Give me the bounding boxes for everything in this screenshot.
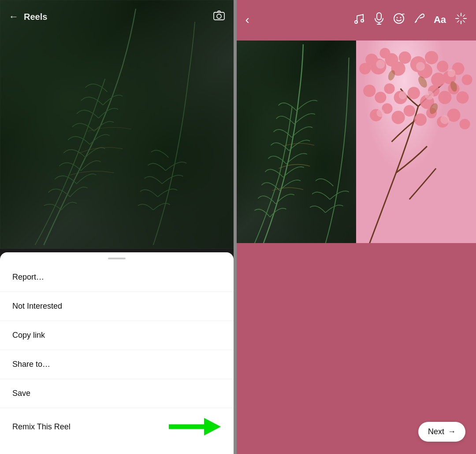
svg-point-28	[425, 51, 438, 64]
svg-point-33	[431, 73, 445, 87]
report-label: Report…	[12, 273, 221, 282]
blossom-svg	[356, 41, 476, 243]
svg-point-47	[392, 111, 405, 124]
top-bar: ← Reels	[0, 0, 234, 30]
right-panel: ‹	[237, 0, 476, 454]
svg-point-40	[408, 87, 420, 99]
fern-background	[0, 0, 234, 249]
sheet-item-share-to[interactable]: Share to…	[0, 350, 234, 379]
sheet-item-save[interactable]: Save	[0, 379, 234, 408]
svg-point-55	[416, 62, 425, 71]
svg-point-5	[361, 19, 364, 22]
svg-line-19	[457, 21, 459, 22]
page-title: Reels	[24, 12, 47, 22]
sticker-icon[interactable]	[393, 13, 405, 27]
svg-point-4	[355, 21, 357, 23]
sheet-item-not-interested[interactable]: Not Interested	[0, 292, 234, 321]
svg-line-16	[457, 15, 459, 17]
svg-point-26	[399, 52, 411, 64]
svg-point-24	[359, 63, 371, 74]
not-interested-label: Not Interested	[12, 302, 221, 311]
svg-point-42	[384, 83, 395, 94]
left-panel: ← Reels Report… Not Interested Copy link…	[0, 0, 234, 454]
svg-point-43	[375, 92, 387, 103]
next-arrow-icon: →	[448, 427, 456, 436]
green-arrow-icon	[168, 418, 221, 436]
svg-point-53	[460, 119, 470, 129]
svg-line-18	[463, 15, 465, 17]
svg-point-11	[400, 17, 401, 18]
svg-point-56	[448, 69, 456, 77]
cherry-blossom-image	[356, 41, 476, 243]
svg-rect-6	[377, 13, 381, 20]
text-icon[interactable]: Aa	[434, 14, 446, 26]
svg-point-60	[440, 115, 449, 124]
svg-marker-3	[204, 418, 220, 436]
toolbar-right-icons: Aa	[353, 12, 467, 27]
svg-point-36	[457, 91, 469, 103]
sheet-item-copy-link[interactable]: Copy link	[0, 321, 234, 350]
music-icon[interactable]	[353, 12, 365, 27]
svg-point-58	[399, 91, 407, 99]
svg-point-59	[377, 109, 385, 117]
right-toolbar: ‹	[237, 0, 476, 36]
svg-point-10	[396, 17, 398, 18]
svg-rect-2	[168, 424, 206, 429]
mic-icon[interactable]	[374, 12, 384, 27]
svg-point-48	[404, 105, 415, 116]
back-icon[interactable]: ‹	[245, 13, 249, 27]
next-label: Next	[428, 427, 444, 436]
copy-link-label: Copy link	[12, 331, 221, 340]
next-button[interactable]: Next →	[418, 422, 465, 442]
save-label: Save	[12, 389, 221, 398]
fern-image	[237, 41, 357, 243]
sheet-handle	[108, 258, 126, 259]
svg-point-37	[438, 91, 451, 104]
svg-point-44	[363, 85, 376, 97]
svg-line-17	[463, 21, 465, 22]
svg-point-49	[414, 114, 427, 126]
svg-point-1	[217, 14, 221, 18]
draw-icon[interactable]	[413, 13, 425, 27]
remix-label: Remix This Reel	[12, 422, 161, 432]
image-grid	[237, 41, 476, 243]
svg-point-23	[380, 48, 390, 59]
fern-svg	[237, 41, 357, 243]
back-button[interactable]: ←	[9, 11, 19, 22]
share-to-label: Share to…	[12, 360, 221, 369]
panel-separator	[234, 0, 237, 454]
svg-point-35	[462, 74, 472, 85]
bottom-sheet: Report… Not Interested Copy link Share t…	[0, 252, 234, 454]
sheet-item-remix[interactable]: Remix This Reel	[0, 408, 234, 445]
sheet-item-report[interactable]: Report…	[0, 263, 234, 292]
camera-icon[interactable]	[213, 11, 225, 23]
effects-icon[interactable]	[455, 12, 467, 27]
svg-point-30	[437, 61, 448, 72]
svg-point-54	[376, 60, 385, 69]
svg-point-57	[425, 91, 434, 100]
svg-point-9	[394, 14, 404, 23]
